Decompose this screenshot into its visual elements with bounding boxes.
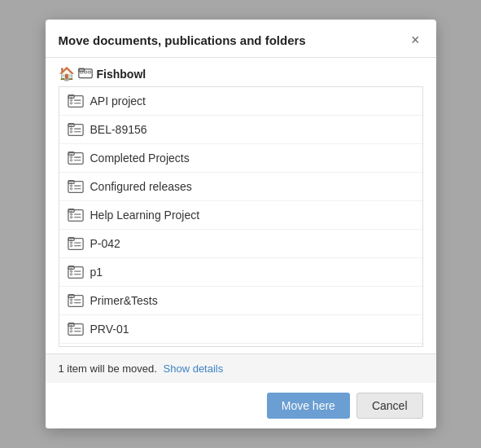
move-here-button[interactable]: Move here [267,393,350,419]
svg-point-55 [70,327,72,329]
list-item[interactable]: Primer&Tests [59,287,422,315]
project-icon [68,178,84,195]
project-icon [68,321,84,337]
list-item[interactable]: p1 [59,258,422,287]
show-details-link[interactable]: Show details [164,362,224,375]
list-item[interactable]: PRV-01 [59,315,422,344]
modal-overlay: Move documents, publications and folders… [0,0,481,448]
list-item[interactable]: P-042 [59,230,422,258]
svg-rect-1 [78,68,84,71]
modal-title: Move documents, publications and folders [59,33,306,47]
svg-point-14 [70,131,72,133]
svg-point-26 [70,188,72,190]
svg-rect-4 [88,71,90,72]
svg-point-32 [70,217,72,218]
list-item-label: BEL-89156 [90,123,147,136]
project-list[interactable]: API project BEL-89156 Completed Projects [59,86,423,347]
svg-point-8 [70,103,72,104]
modal-header: Move documents, publications and folders… [46,20,436,58]
svg-point-56 [70,331,72,332]
list-item-label: Completed Projects [90,152,190,165]
project-icon [68,292,84,309]
breadcrumb-current-folder: Fishbowl [78,66,146,81]
svg-rect-3 [84,71,86,72]
svg-point-43 [70,270,72,272]
modal-dialog: Move documents, publications and folders… [46,20,436,428]
svg-point-19 [70,156,72,158]
status-message: 1 item will be moved. [59,362,157,375]
svg-rect-2 [80,71,82,72]
svg-point-20 [70,160,72,161]
project-icon [68,207,84,223]
list-item-label: p1 [90,266,103,279]
project-icon [68,150,84,166]
list-item-label: Help Learning Project [90,209,200,222]
svg-point-13 [70,128,72,130]
list-item-label: Configured releases [90,180,192,193]
project-icon [68,93,84,109]
svg-point-31 [70,213,72,215]
list-item-label: Primer&Tests [90,294,158,307]
list-item[interactable]: API project [59,87,422,116]
svg-point-44 [70,274,72,275]
svg-point-50 [70,302,72,304]
project-icon [68,235,84,252]
cancel-button[interactable]: Cancel [356,393,423,419]
project-icon [68,264,84,280]
list-item[interactable]: BEL-89156 [59,116,422,144]
list-item[interactable]: Help Learning Project [59,201,422,230]
svg-point-25 [70,185,72,187]
breadcrumb: 🏠 Fishbowl [46,58,436,86]
status-bar: 1 item will be moved. Show details [46,354,436,383]
current-folder-name: Fishbowl [97,68,146,81]
home-icon[interactable]: 🏠 [59,66,75,81]
list-item-label: API project [90,94,146,108]
svg-point-49 [70,299,72,301]
list-item[interactable]: Untitled project [59,344,422,347]
list-item-label: P-042 [90,237,120,250]
svg-point-37 [70,242,72,244]
project-icon [68,121,84,138]
folder-icon [78,66,93,81]
modal-footer: Move here Cancel [46,383,436,428]
close-button[interactable]: × [408,31,423,49]
list-item[interactable]: Completed Projects [59,144,422,173]
svg-point-7 [70,99,72,101]
list-item-label: PRV-01 [90,323,129,336]
list-item[interactable]: Configured releases [59,173,422,201]
svg-point-38 [70,245,72,247]
